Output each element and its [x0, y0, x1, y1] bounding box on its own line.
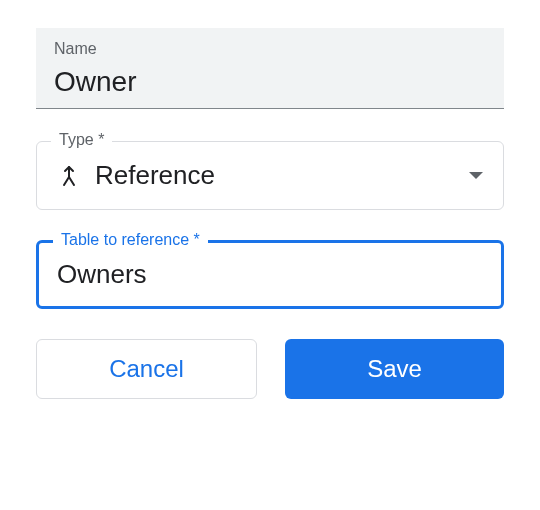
table-reference-label: Table to reference *: [53, 231, 208, 249]
chevron-down-icon: [469, 172, 483, 179]
name-value: Owner: [54, 66, 486, 104]
merge-icon: [57, 164, 81, 188]
save-button[interactable]: Save: [285, 339, 504, 399]
table-reference-value: Owners: [57, 259, 483, 290]
button-row: Cancel Save: [36, 339, 504, 399]
table-reference-select[interactable]: Table to reference * Owners: [36, 240, 504, 309]
type-label: Type *: [51, 131, 112, 149]
cancel-button[interactable]: Cancel: [36, 339, 257, 399]
name-field[interactable]: Name Owner: [36, 28, 504, 109]
type-select[interactable]: Type * Reference: [36, 141, 504, 210]
type-value: Reference: [95, 160, 215, 191]
name-label: Name: [54, 40, 486, 58]
